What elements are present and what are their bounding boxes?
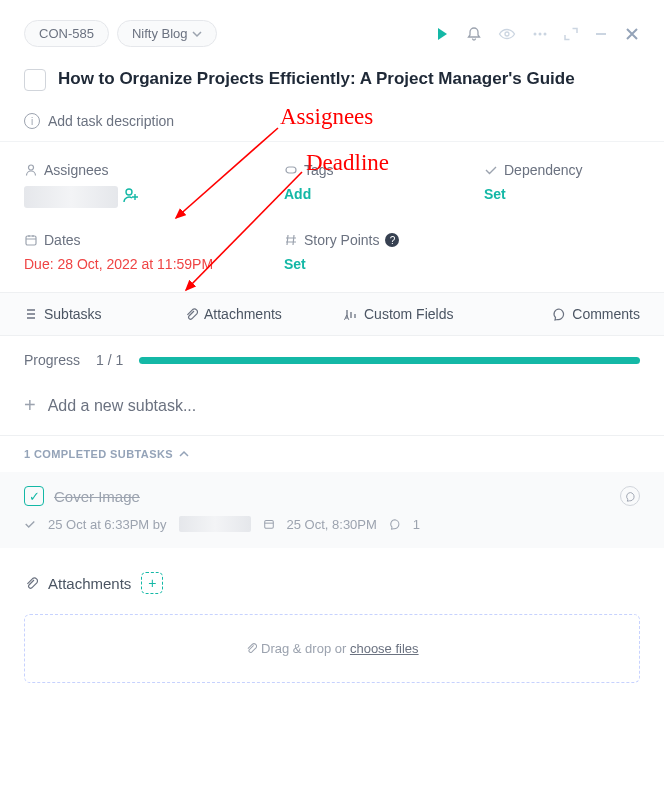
svg-point-2 xyxy=(539,32,542,35)
progress-count: 1 / 1 xyxy=(96,352,123,368)
completed-subtasks-toggle[interactable]: 1 COMPLETED SUBTASKS xyxy=(0,435,664,472)
plus-icon: + xyxy=(24,394,36,417)
dependency-field: Dependency Set xyxy=(484,162,640,208)
svg-point-4 xyxy=(29,165,34,170)
fields-icon: A xyxy=(344,307,358,321)
info-icon: i xyxy=(24,113,40,129)
task-title[interactable]: How to Organize Projects Efficiently: A … xyxy=(58,67,575,91)
check-icon xyxy=(484,163,498,177)
svg-point-3 xyxy=(544,32,547,35)
tag-icon xyxy=(284,163,298,177)
add-description[interactable]: i Add task description xyxy=(0,99,664,141)
subtask-due: 25 Oct, 8:30PM xyxy=(287,517,377,532)
add-tag-button[interactable]: Add xyxy=(284,186,311,202)
assignees-field: Assignees xyxy=(24,162,284,208)
tab-attachments[interactable]: Attachments xyxy=(172,293,332,335)
help-icon[interactable]: ? xyxy=(385,233,399,247)
story-points-field: Story Points ? Set xyxy=(284,232,484,272)
subtask-checkbox[interactable]: ✓ xyxy=(24,486,44,506)
svg-point-1 xyxy=(534,32,537,35)
hash-icon xyxy=(284,233,298,247)
eye-icon[interactable] xyxy=(498,25,516,43)
paperclip-icon xyxy=(245,642,257,654)
progress-bar xyxy=(139,357,640,364)
close-icon[interactable] xyxy=(624,26,640,42)
calendar-icon xyxy=(24,233,38,247)
subtask-comment-badge[interactable] xyxy=(620,486,640,506)
due-date[interactable]: Due: 28 Oct, 2022 at 11:59PM xyxy=(24,256,213,272)
chevron-up-icon xyxy=(179,449,189,459)
bell-icon[interactable] xyxy=(466,26,482,42)
project-pill[interactable]: Nifty Blog xyxy=(117,20,217,47)
tab-comments[interactable]: Comments xyxy=(492,293,664,335)
more-icon[interactable] xyxy=(532,26,548,42)
add-subtask-button[interactable]: + Add a new subtask... xyxy=(0,384,664,435)
task-id-pill[interactable]: CON-585 xyxy=(24,20,109,47)
tab-custom-fields[interactable]: ACustom Fields xyxy=(332,293,492,335)
tags-field: Tags Add xyxy=(284,162,484,208)
choose-files-link[interactable]: choose files xyxy=(350,641,419,656)
progress-label: Progress xyxy=(24,352,80,368)
list-icon xyxy=(24,307,38,321)
complete-checkbox[interactable] xyxy=(24,69,46,91)
check-small-icon xyxy=(24,518,36,530)
attachment-dropzone[interactable]: Drag & drop or choose files xyxy=(24,614,640,683)
minimize-icon[interactable] xyxy=(594,27,608,41)
chevron-down-icon xyxy=(192,29,202,39)
person-icon xyxy=(24,163,38,177)
svg-text:A: A xyxy=(344,313,350,321)
paperclip-icon xyxy=(24,576,38,590)
subtask-item[interactable]: ✓ Cover Image 25 Oct at 6:33PM by 25 Oct… xyxy=(0,472,664,548)
play-icon[interactable] xyxy=(434,26,450,42)
comment-icon xyxy=(552,307,566,321)
subtask-comment-count: 1 xyxy=(413,517,420,532)
svg-point-0 xyxy=(505,32,509,36)
add-attachment-button[interactable]: + xyxy=(141,572,163,594)
add-assignee-button[interactable] xyxy=(122,186,140,208)
author-redacted xyxy=(179,516,251,532)
expand-icon[interactable] xyxy=(564,27,578,41)
svg-point-5 xyxy=(126,189,132,195)
paperclip-icon xyxy=(184,307,198,321)
comment-small-icon xyxy=(389,518,401,530)
attachments-label: Attachments xyxy=(48,575,131,592)
svg-rect-7 xyxy=(26,236,36,245)
tab-subtasks[interactable]: Subtasks xyxy=(0,293,172,335)
calendar-small-icon xyxy=(263,518,275,530)
svg-rect-9 xyxy=(264,521,273,529)
svg-rect-6 xyxy=(286,167,296,173)
set-story-points-button[interactable]: Set xyxy=(284,256,306,272)
subtask-name: Cover Image xyxy=(54,488,140,505)
set-dependency-button[interactable]: Set xyxy=(484,186,506,202)
subtask-completed-at: 25 Oct at 6:33PM by xyxy=(48,517,167,532)
assignee-redacted xyxy=(24,186,118,208)
dates-field: Dates Due: 28 Oct, 2022 at 11:59PM xyxy=(24,232,284,272)
